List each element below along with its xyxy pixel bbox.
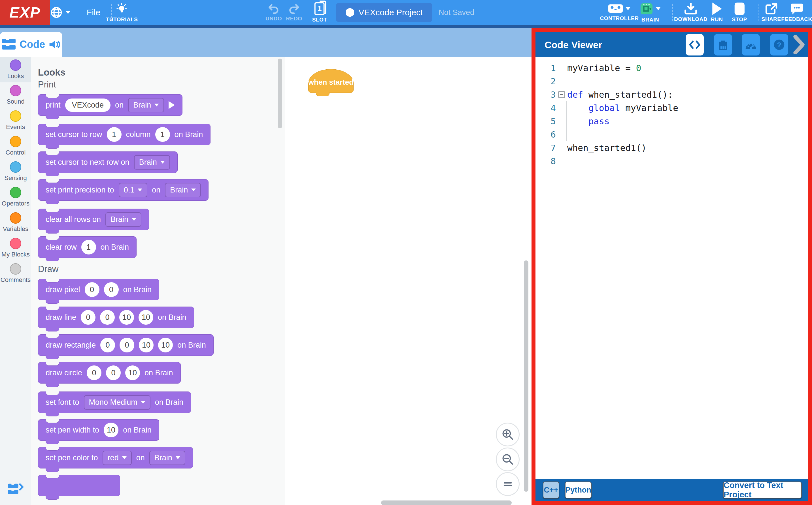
speaker-icon[interactable] [48, 39, 61, 50]
sidebar-item-control[interactable]: Control [0, 133, 31, 159]
category-color-icon [10, 85, 21, 96]
block-dropdown[interactable]: Brain [128, 98, 164, 112]
sidebar-item-my-blocks[interactable]: My Blocks [0, 235, 31, 261]
block-number-input[interactable]: 0 [87, 365, 101, 380]
redo-button[interactable]: REDO [286, 0, 302, 25]
cpp-language-button[interactable]: C++ [543, 482, 559, 499]
file-menu-button[interactable]: File [87, 0, 100, 25]
palette-scrollbar[interactable] [278, 58, 282, 128]
indent-guide [566, 101, 567, 141]
block-number-input[interactable]: 0 [100, 338, 115, 352]
block-text: clear row [45, 243, 77, 251]
block-number-input[interactable]: 10 [119, 310, 134, 325]
set-pen-color-block[interactable]: set pen color toredonBrain [38, 447, 193, 469]
collapse-panel-chevron[interactable] [793, 35, 805, 54]
share-icon [765, 3, 778, 15]
clear-row-block[interactable]: clear row1on Brain [38, 236, 137, 258]
language-button[interactable] [50, 0, 70, 25]
block-number-input[interactable]: 10 [138, 310, 153, 325]
block-number-input[interactable]: 10 [104, 423, 118, 437]
block-dropdown[interactable]: Brain [165, 183, 201, 197]
sidebar-item-looks[interactable]: Looks [0, 57, 31, 82]
tab-code-label: Code [19, 38, 45, 50]
block-number-input[interactable]: 10 [139, 338, 153, 352]
print-block[interactable]: printVEXcodeonBrain [38, 94, 183, 116]
block-number-input[interactable]: 0 [81, 310, 96, 325]
workspace-canvas[interactable]: when started [285, 57, 532, 505]
feedback-icon [790, 3, 803, 15]
svg-text:?: ? [777, 41, 781, 49]
slot-button[interactable]: 1 SLOT [312, 0, 327, 25]
code-view-button[interactable] [686, 34, 704, 55]
draw-rectangle-block[interactable]: draw rectangle001010on Brain [38, 334, 214, 356]
block-dropdown[interactable]: Brain [105, 212, 141, 227]
brain-button[interactable]: BRAIN [640, 0, 661, 25]
block-dropdown-value: red [108, 454, 119, 462]
feedback-button[interactable]: FEEDBACK [781, 0, 812, 25]
sidebar-item-operators[interactable]: Operators [0, 184, 31, 210]
zoom-out-button[interactable] [496, 448, 519, 471]
block-play-icon[interactable] [168, 101, 175, 109]
palette-collapse-toggle[interactable] [7, 483, 24, 497]
clear-all-rows-block[interactable]: clear all rows onBrain [38, 209, 149, 230]
sidebar-item-sensing[interactable]: Sensing [0, 159, 31, 184]
set-cursor-row-column-block[interactable]: set cursor to row1column1on Brain [38, 124, 211, 145]
zoom-reset-button[interactable] [496, 472, 519, 496]
set-pen-width-block[interactable]: set pen width to10on Brain [38, 419, 159, 441]
block-number-input[interactable]: 1 [81, 240, 96, 255]
project-name-button[interactable]: VEXcode Project [336, 3, 432, 22]
block-number-input[interactable]: 10 [158, 338, 173, 352]
block-number-input[interactable]: 0 [104, 282, 119, 297]
sidebar-item-comments[interactable]: Comments [0, 261, 31, 286]
chevron-down-icon [138, 188, 142, 191]
block-number-input[interactable]: 1 [155, 127, 170, 142]
block-dropdown[interactable]: Brain [134, 155, 170, 170]
monitor-gauge-button[interactable] [742, 34, 760, 55]
sidebar-item-sound[interactable]: Sound [0, 82, 31, 108]
partial-block[interactable] [38, 475, 120, 496]
category-color-icon [10, 111, 21, 122]
canvas-vertical-scrollbar[interactable] [524, 261, 529, 492]
category-color-icon [10, 212, 21, 224]
block-number-input[interactable]: 10 [125, 365, 140, 380]
undo-button[interactable]: UNDO [265, 0, 282, 25]
set-print-precision-block[interactable]: set print precision to0.1onBrain [38, 179, 209, 201]
run-button[interactable]: RUN [711, 0, 723, 25]
sidebar-item-events[interactable]: Events [0, 108, 31, 133]
code-fold-toggle[interactable] [558, 91, 565, 98]
python-language-button[interactable]: Python [565, 482, 592, 499]
block-text: on [115, 101, 124, 110]
block-number-input[interactable]: 0 [100, 310, 115, 325]
set-cursor-next-row-block[interactable]: set cursor to next row onBrain [38, 151, 178, 173]
block-text-input[interactable]: VEXcode [65, 99, 111, 112]
block-dropdown[interactable]: 0.1 [119, 183, 148, 197]
canvas-horizontal-scrollbar[interactable] [381, 500, 512, 505]
download-icon [684, 3, 697, 15]
controller-button[interactable]: CONTROLLER [600, 0, 639, 25]
block-dropdown[interactable]: Mono Medium [84, 395, 150, 409]
convert-to-text-button[interactable]: Convert to Text Project [723, 482, 802, 499]
block-dropdown[interactable]: Brain [149, 451, 185, 465]
zoom-in-button[interactable] [496, 423, 519, 447]
block-number-input[interactable]: 0 [85, 282, 99, 297]
device-info-button[interactable] [714, 34, 732, 55]
help-button[interactable]: ? [770, 34, 788, 55]
draw-pixel-block[interactable]: draw pixel00on Brain [38, 279, 159, 300]
stop-button[interactable]: STOP [732, 0, 747, 25]
block-number-input[interactable]: 0 [120, 338, 134, 352]
share-button[interactable]: SHARE [761, 0, 781, 25]
block-number-input[interactable]: 1 [107, 127, 122, 142]
tab-code[interactable]: Code [0, 32, 62, 57]
tutorials-button[interactable]: TUTORIALS [106, 0, 138, 25]
block-dropdown[interactable]: red [103, 451, 132, 465]
category-color-icon [10, 263, 21, 275]
draw-circle-block[interactable]: draw circle0010on Brain [38, 362, 181, 383]
undo-icon [268, 3, 280, 14]
block-number-input[interactable]: 0 [106, 365, 121, 380]
download-button[interactable]: DOWNLOAD [674, 0, 707, 25]
sidebar-item-variables[interactable]: Variables [0, 210, 31, 235]
set-font-block[interactable]: set font toMono Mediumon Brain [38, 391, 191, 413]
draw-line-block[interactable]: draw line001010on Brain [38, 307, 194, 328]
code-viewer-body: 1myVariable = 023def when_started1():4 g… [536, 57, 808, 487]
when-started-block[interactable]: when started [308, 69, 354, 93]
